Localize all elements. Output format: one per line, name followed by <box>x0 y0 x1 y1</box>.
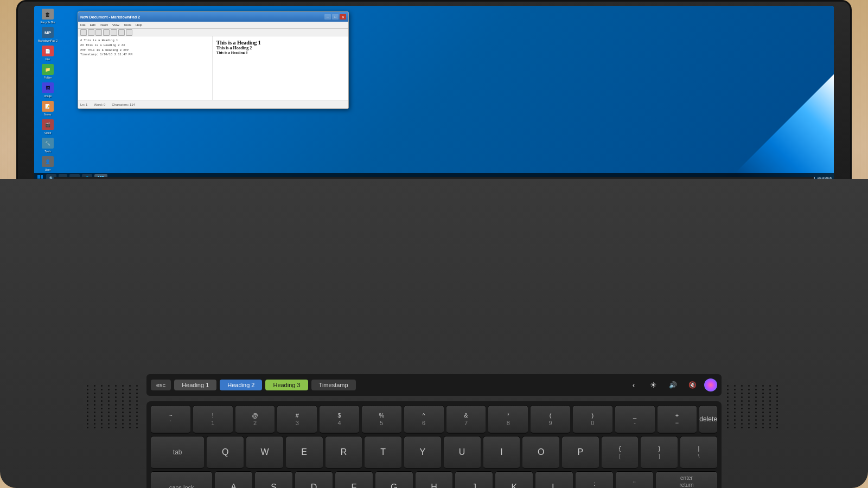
key-p[interactable]: P <box>562 436 599 469</box>
key-j[interactable]: J <box>455 472 493 488</box>
touch-bar-heading2[interactable]: Heading 2 <box>220 380 262 390</box>
touch-bar-esc[interactable]: esc <box>151 380 171 390</box>
speaker-dot <box>87 415 88 417</box>
key-r[interactable]: R <box>326 436 362 469</box>
key-a[interactable]: A <box>215 472 252 488</box>
key-h[interactable]: H <box>416 472 453 488</box>
menu-insert[interactable]: Insert <box>100 23 108 27</box>
toolbar-btn-3[interactable] <box>95 29 102 36</box>
key-w[interactable]: W <box>246 436 283 469</box>
speaker-dot <box>755 400 757 402</box>
menu-tools[interactable]: Tools <box>124 23 131 27</box>
touch-bar-heading3[interactable]: Heading 3 <box>265 380 308 390</box>
menu-help[interactable]: Help <box>136 23 142 27</box>
touch-bar-brightness[interactable]: ☀ <box>646 377 661 393</box>
touch-bar-timestamp[interactable]: Timestamp <box>311 380 356 390</box>
touch-bar-siri[interactable] <box>704 378 717 391</box>
speaker-dot <box>741 423 743 425</box>
key-dollar-4[interactable]: $ 4 <box>320 406 359 434</box>
speaker-left <box>87 385 141 472</box>
screen-bezel: 🗑 Recycle Bin MP MarkdownPad 2 📄 File <box>34 6 834 183</box>
key-percent-5[interactable]: % 5 <box>362 406 401 434</box>
minimize-button[interactable]: ─ <box>324 14 331 20</box>
speaker-dot <box>741 427 743 428</box>
speaker-dot <box>87 427 88 428</box>
toolbar-btn-4[interactable] <box>103 29 110 36</box>
speaker-dot <box>94 419 95 421</box>
key-lbrace-lbracket[interactable]: { [ <box>602 436 639 469</box>
key-t[interactable]: T <box>365 436 401 469</box>
key-amp-7[interactable]: & 7 <box>446 406 486 434</box>
menu-edit[interactable]: Edit <box>90 23 95 27</box>
toolbar-btn-2[interactable] <box>88 29 94 36</box>
key-dquote-squote[interactable]: " ' <box>616 472 653 488</box>
speaker-dot <box>87 396 88 398</box>
close-button[interactable]: ✕ <box>340 14 346 20</box>
key-enter-return[interactable]: enter return <box>656 472 717 488</box>
desktop-icon-markdownpad[interactable]: MP MarkdownPad 2 <box>37 27 59 42</box>
notepad-content-area: # This is a Heading 1 ## This is a Headi… <box>78 36 348 100</box>
key-d[interactable]: D <box>295 472 333 488</box>
editor-line-2: ## This is a Heading 2 ## <box>80 43 210 48</box>
key-u[interactable]: U <box>444 436 481 469</box>
speaker-dot <box>87 400 88 402</box>
key-caret-6[interactable]: ^ 6 <box>404 406 444 434</box>
key-l[interactable]: L <box>535 472 573 488</box>
key-e[interactable]: E <box>286 436 323 469</box>
desktop-icon-8[interactable]: 🔧 Tools <box>37 138 59 153</box>
key-lparen-9[interactable]: ( 9 <box>531 406 570 434</box>
speaker-dot <box>755 419 757 421</box>
touch-bar-chevron-left[interactable]: ‹ <box>626 377 641 393</box>
maximize-button[interactable]: □ <box>332 14 339 20</box>
speaker-dot <box>748 415 750 417</box>
key-rparen-0[interactable]: ) 0 <box>573 406 612 434</box>
notepad-editor[interactable]: # This is a Heading 1 ## This is a Headi… <box>78 36 213 100</box>
speaker-dot <box>94 404 95 406</box>
key-y[interactable]: Y <box>404 436 441 469</box>
speaker-dot <box>94 427 95 428</box>
key-caps-lock[interactable]: caps lock <box>151 472 212 488</box>
key-s[interactable]: S <box>255 472 292 488</box>
desktop-icon-6[interactable]: 📝 Notes <box>37 101 59 116</box>
key-tab[interactable]: tab <box>151 436 204 469</box>
notepad-titlebar: New Document - MarkdownPad 2 ─ □ ✕ <box>78 12 348 22</box>
key-underscore-minus[interactable]: _ - <box>615 406 655 434</box>
key-plus-equals[interactable]: + = <box>658 406 697 434</box>
speaker-dot <box>741 400 743 402</box>
desktop-icon-4[interactable]: 📁 Folder <box>37 64 59 79</box>
key-k[interactable]: K <box>495 472 533 488</box>
key-q[interactable]: Q <box>207 436 244 469</box>
key-rbrace-rbracket[interactable]: } ] <box>641 436 678 469</box>
key-o[interactable]: O <box>522 436 559 469</box>
key-exclaim-1[interactable]: ! 1 <box>193 406 233 434</box>
touch-bar-mute[interactable]: 🔇 <box>685 377 700 393</box>
menu-file[interactable]: File <box>80 23 86 27</box>
speaker-dot <box>122 404 124 406</box>
key-i[interactable]: I <box>483 436 520 469</box>
touch-bar-volume[interactable]: 🔊 <box>665 377 680 393</box>
key-colon-semicolon[interactable]: : ; <box>576 472 613 488</box>
desktop-icon-5[interactable]: 🖼 Image <box>37 82 59 98</box>
toolbar-btn-1[interactable] <box>80 29 87 36</box>
key-tilde-backtick[interactable]: ~ ` <box>151 406 190 434</box>
speaker-dot <box>136 393 138 394</box>
key-g[interactable]: G <box>375 472 413 488</box>
touch-bar-heading1[interactable]: Heading 1 <box>174 380 216 390</box>
key-pipe-backslash[interactable]: | \ <box>680 436 717 469</box>
key-star-8[interactable]: * 8 <box>488 406 528 434</box>
desktop-icon-recycle[interactable]: 🗑 Recycle Bin <box>37 9 59 24</box>
menu-view[interactable]: View <box>112 23 119 27</box>
toolbar-btn-5[interactable] <box>111 29 117 36</box>
key-delete[interactable]: delete <box>699 406 717 434</box>
speaker-dot <box>108 400 110 402</box>
speaker-dot <box>755 404 757 406</box>
key-hash-3[interactable]: # 3 <box>277 406 317 434</box>
key-at-2[interactable]: @ 2 <box>235 406 275 434</box>
toolbar-btn-6[interactable] <box>118 29 125 36</box>
desktop-icon-9[interactable]: 👤 User <box>37 156 59 171</box>
toolbar-btn-7[interactable] <box>126 29 132 36</box>
desktop-icon-7[interactable]: 🎬 Video <box>37 119 59 134</box>
key-f[interactable]: F <box>335 472 373 488</box>
speaker-dot <box>776 408 778 409</box>
desktop-icon-3[interactable]: 📄 File <box>37 46 59 61</box>
